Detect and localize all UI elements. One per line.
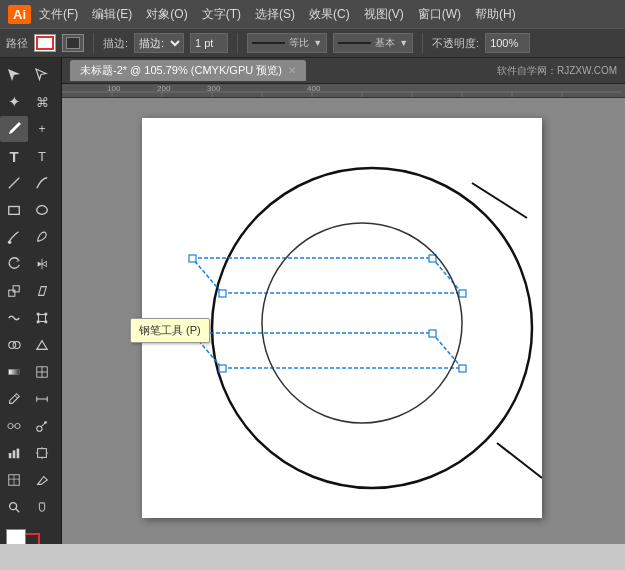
svg-rect-15	[9, 369, 20, 374]
ruler-top: 100 200 300 400	[62, 84, 625, 98]
separator-2	[237, 33, 238, 53]
site-info: 软件自学网：RJZXW.COM	[497, 64, 617, 78]
slice-tool[interactable]	[0, 467, 28, 493]
reflect-tool[interactable]	[28, 251, 56, 277]
symbol-sprayer-tool[interactable]	[28, 413, 56, 439]
tool-row-scale	[0, 278, 61, 304]
lower-parallelogram[interactable]	[189, 330, 466, 372]
scale-tool[interactable]	[0, 278, 28, 304]
fill-swatch[interactable]	[62, 34, 84, 52]
svg-text:400: 400	[307, 84, 321, 93]
menu-select[interactable]: 选择(S)	[255, 6, 295, 23]
svg-rect-58	[219, 290, 226, 297]
free-transform-tool[interactable]	[28, 305, 56, 331]
menu-view[interactable]: 视图(V)	[364, 6, 404, 23]
column-chart-tool[interactable]	[0, 440, 28, 466]
menu-bar[interactable]: 文件(F) 编辑(E) 对象(O) 文字(T) 选择(S) 效果(C) 视图(V…	[39, 6, 516, 23]
pen-tool-tooltip: 钢笔工具 (P)	[130, 318, 210, 343]
type-tool[interactable]: T	[0, 143, 28, 169]
menu-window[interactable]: 窗口(W)	[418, 6, 461, 23]
tool-row-1	[0, 62, 61, 88]
svg-rect-28	[38, 449, 47, 458]
artboard-tool[interactable]	[28, 440, 56, 466]
stroke-color-swatch[interactable]	[34, 34, 56, 52]
menu-text[interactable]: 文字(T)	[202, 6, 241, 23]
warp-tool[interactable]	[0, 305, 28, 331]
svg-line-16	[15, 396, 18, 399]
fill-color-box[interactable]	[6, 529, 26, 544]
shear-tool[interactable]	[28, 278, 56, 304]
svg-point-24	[44, 421, 47, 424]
upper-parallelogram[interactable]	[189, 255, 466, 297]
svg-rect-63	[219, 365, 226, 372]
zoom-tool[interactable]	[0, 494, 28, 520]
menu-effect[interactable]: 效果(C)	[309, 6, 350, 23]
svg-point-2	[37, 206, 48, 215]
stroke-pattern[interactable]: 等比 ▼	[247, 33, 327, 53]
title-bar: Ai 文件(F) 编辑(E) 对象(O) 文字(T) 选择(S) 效果(C) 视…	[0, 0, 625, 28]
stroke-width-input[interactable]	[190, 33, 228, 53]
hand-tool[interactable]	[28, 494, 56, 520]
paintbrush-tool[interactable]	[0, 224, 28, 250]
ai-logo: Ai	[8, 5, 31, 24]
stroke-label: 描边:	[103, 36, 128, 51]
svg-text:200: 200	[157, 84, 171, 93]
svg-rect-26	[13, 450, 16, 458]
tool-row-line	[0, 170, 61, 196]
eraser-tool[interactable]	[28, 467, 56, 493]
menu-help[interactable]: 帮助(H)	[475, 6, 516, 23]
tool-row-eyedrop	[0, 386, 61, 412]
tool-row-pen: +	[0, 116, 61, 142]
document-tab[interactable]: 未标题-2* @ 105.79% (CMYK/GPU 预览) ✕	[70, 60, 306, 81]
tool-row-2: ✦ ⌘	[0, 89, 61, 115]
magic-wand-tool[interactable]: ✦	[0, 89, 28, 115]
perspective-grid-tool[interactable]	[28, 332, 56, 358]
direct-selection-tool[interactable]	[28, 62, 56, 88]
svg-rect-62	[459, 365, 466, 372]
svg-rect-11	[45, 321, 48, 324]
add-anchor-tool[interactable]: +	[28, 116, 56, 142]
gradient-tool[interactable]	[0, 359, 28, 385]
canvas-area: 未标题-2* @ 105.79% (CMYK/GPU 预览) ✕ 软件自学网：R…	[62, 58, 625, 544]
rotate-tool[interactable]	[0, 251, 28, 277]
svg-point-3	[8, 241, 12, 245]
vertical-type-tool[interactable]: T	[28, 143, 56, 169]
svg-rect-1	[9, 207, 20, 215]
rectangle-tool[interactable]	[0, 197, 28, 223]
svg-text:100: 100	[107, 84, 121, 93]
line-tool[interactable]	[0, 170, 28, 196]
shape-builder-tool[interactable]	[0, 332, 28, 358]
svg-rect-8	[37, 313, 40, 316]
canvas-inner[interactable]: 钢笔工具 (P)	[62, 98, 625, 544]
tool-row-type: T T	[0, 143, 61, 169]
menu-object[interactable]: 对象(O)	[146, 6, 187, 23]
svg-rect-57	[459, 290, 466, 297]
selection-tool[interactable]	[0, 62, 28, 88]
tab-bar: 未标题-2* @ 105.79% (CMYK/GPU 预览) ✕ 软件自学网：R…	[62, 58, 625, 84]
tool-row-slice	[0, 467, 61, 493]
document-tab-label: 未标题-2* @ 105.79% (CMYK/GPU 预览)	[80, 63, 282, 78]
mesh-tool[interactable]	[28, 359, 56, 385]
stroke-dropdown[interactable]: 描边:	[134, 33, 184, 53]
blend-tool[interactable]	[0, 413, 28, 439]
svg-marker-59	[192, 333, 462, 368]
separator-1	[93, 33, 94, 53]
menu-file[interactable]: 文件(F)	[39, 6, 78, 23]
svg-rect-7	[39, 315, 46, 322]
ellipse-tool[interactable]	[28, 197, 56, 223]
basic-selector[interactable]: 基本 ▼	[333, 33, 413, 53]
lasso-tool[interactable]: ⌘	[28, 89, 56, 115]
tool-row-rect	[0, 197, 61, 223]
eyedropper-tool[interactable]	[0, 386, 28, 412]
tool-row-shape-builder	[0, 332, 61, 358]
opacity-input[interactable]	[485, 33, 530, 53]
menu-edit[interactable]: 编辑(E)	[92, 6, 132, 23]
measure-tool[interactable]	[28, 386, 56, 412]
tool-row-chart	[0, 440, 61, 466]
svg-rect-25	[9, 453, 12, 458]
arc-tool[interactable]	[28, 170, 56, 196]
pen-tool[interactable]	[0, 116, 28, 142]
tab-close-button[interactable]: ✕	[288, 65, 296, 76]
blob-brush-tool[interactable]	[28, 224, 56, 250]
tool-row-colors	[0, 525, 61, 543]
